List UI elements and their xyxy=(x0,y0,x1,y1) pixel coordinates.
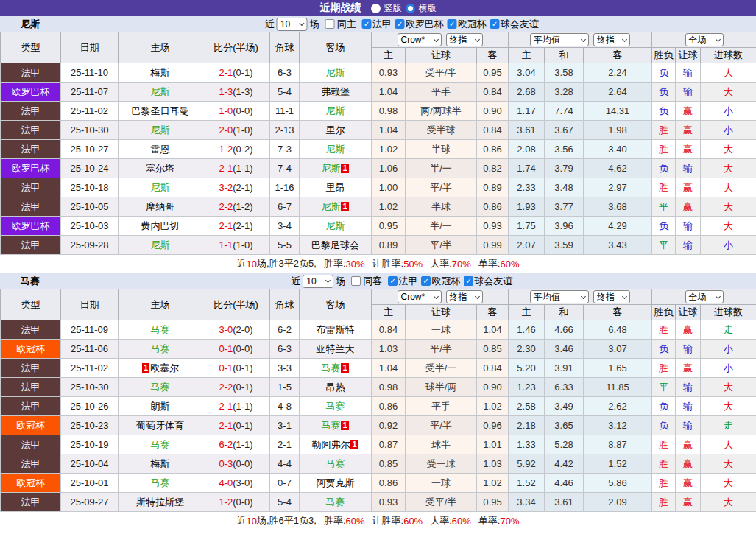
horizontal-layout-radio[interactable] xyxy=(406,4,415,13)
recent-count-select[interactable]: 10 xyxy=(303,275,333,288)
company-time-select-value: 终指 xyxy=(450,34,467,46)
avg-away-cell: 5.86 xyxy=(584,474,652,493)
sub-header: 让球 xyxy=(676,48,701,63)
handicap-cell: 平/半 xyxy=(406,340,477,359)
handicap-result-cell: 赢 xyxy=(676,140,701,159)
avg-home-cell: 1.75 xyxy=(509,217,545,236)
filter-controls: 近10场同主✓法甲✓欧罗巴杯✓欧冠杯✓球会友谊 xyxy=(263,18,539,31)
half-time-score: (1-1) xyxy=(233,163,252,174)
match-row: 法甲25-09-27斯特拉斯堡1-2(0-0)5-4马赛0.93受平/半0.95… xyxy=(1,493,756,512)
away-team-cell: 尼斯 xyxy=(300,140,372,159)
half-time-score: (0-2) xyxy=(233,144,252,155)
scope-select[interactable]: 全场 xyxy=(685,33,724,46)
win-loss-cell: 平 xyxy=(652,197,676,217)
company-select[interactable]: Crow* xyxy=(398,33,442,46)
score-cell: 2-0(1-0) xyxy=(202,121,270,140)
home-team-cell: 尼斯 xyxy=(119,178,202,197)
league-cell: 法甲 xyxy=(1,197,61,217)
win-loss-cell: 胜 xyxy=(652,454,676,474)
league-cell: 法甲 xyxy=(1,121,61,140)
full-time-score: 6-2 xyxy=(219,439,233,450)
scope-select[interactable]: 全场 xyxy=(685,290,724,303)
home-team-cell: 尼斯 xyxy=(119,83,202,102)
away-odds-cell: 0.99 xyxy=(477,236,509,255)
half-time-score: (2-0) xyxy=(233,324,252,335)
date-cell: 25-10-30 xyxy=(61,121,119,140)
handicap-cell: 受一球 xyxy=(406,454,477,474)
full-time-score: 0-1 xyxy=(219,362,233,373)
league-filter-checkbox-2[interactable]: ✓ xyxy=(448,19,457,29)
away-team-cell: 尼斯1 xyxy=(300,159,372,178)
sections-container: 尼斯近10场同主✓法甲✓欧罗巴杯✓欧冠杯✓球会友谊类型日期主场比分(半场)角球客… xyxy=(0,16,756,530)
recent-count-select[interactable]: 10 xyxy=(277,18,308,31)
team-text: 马赛 xyxy=(326,458,345,469)
column-header: 角球 xyxy=(270,32,300,63)
summary-line: 近10场,胜3平2负5, 胜率:30%让胜率:50%大率:70%单率:60% xyxy=(0,255,756,273)
team-name: 尼斯 xyxy=(21,18,40,31)
away-odds-cell: 0.90 xyxy=(477,102,509,121)
team-text: 马赛 xyxy=(151,477,170,488)
red-card-badge: 1 xyxy=(142,363,149,373)
team-text: 昂热 xyxy=(326,382,345,393)
sub-header: 让球 xyxy=(406,305,477,320)
summary-stat-value: 60% xyxy=(403,516,423,527)
company-time-select[interactable]: 终指 xyxy=(446,290,483,303)
average-time-select[interactable]: 终指 xyxy=(593,33,630,46)
match-row: 法甲25-11-021欧塞尔0-1(0-1)3-3马赛11.04受半/一0.84… xyxy=(1,359,756,378)
full-time-score: 1-2 xyxy=(219,144,233,155)
average-select[interactable]: 平均值 xyxy=(530,290,589,303)
league-cell: 法甲 xyxy=(1,493,61,512)
vertical-layout-label[interactable]: 竖版 xyxy=(384,2,402,15)
company-time-select[interactable]: 终指 xyxy=(446,33,483,46)
same-venue-checkbox[interactable] xyxy=(325,19,335,29)
vertical-layout-radio[interactable] xyxy=(371,4,381,13)
home-odds-cell: 0.86 xyxy=(372,474,406,493)
match-row: 法甲25-10-26朗斯2-1(1-1)4-8马赛0.86平手1.022.583… xyxy=(1,397,756,416)
same-venue-label: 同客 xyxy=(363,275,382,288)
league-cell: 法甲 xyxy=(1,63,61,83)
away-team-cell: 尼斯 xyxy=(300,63,372,83)
away-team-cell: 弗赖堡 xyxy=(300,83,372,102)
same-venue-checkbox[interactable] xyxy=(351,276,361,286)
score-cell: 1-3(1-3) xyxy=(202,83,270,102)
home-odds-cell: 1.00 xyxy=(372,178,406,197)
handicap-result-cell: 赢 xyxy=(676,121,701,140)
average-time-select[interactable]: 终指 xyxy=(593,290,630,303)
avg-draw-cell: 3.28 xyxy=(545,83,584,102)
avg-draw-cell: 3.65 xyxy=(545,416,584,435)
summary-stat-value: 70% xyxy=(500,516,519,527)
league-filter-checkbox-0[interactable]: ✓ xyxy=(362,19,372,29)
league-filter-checkbox-3[interactable]: ✓ xyxy=(490,19,500,29)
match-row: 法甲25-10-30马赛2-2(0-1)1-5昂热0.98球半/两0.901.2… xyxy=(1,378,756,397)
home-team-cell: 1欧塞尔 xyxy=(119,359,202,378)
avg-home-cell: 1.52 xyxy=(509,474,545,493)
red-card-badge: 1 xyxy=(341,202,348,211)
handicap-result-cell: 赢 xyxy=(676,102,701,121)
match-row: 法甲25-10-04梅斯0-3(0-0)4-4马赛0.85受一球1.035.92… xyxy=(1,454,756,474)
avg-home-cell: 2.18 xyxy=(509,416,545,435)
date-cell: 25-10-26 xyxy=(61,397,119,416)
league-filter-checkbox-1[interactable]: ✓ xyxy=(395,19,405,29)
half-time-score: (2-1) xyxy=(233,220,252,231)
summary-stat-label: 大率: xyxy=(430,257,452,270)
horizontal-layout-label[interactable]: 横版 xyxy=(419,2,437,15)
away-team-cell: 布雷斯特 xyxy=(300,320,372,340)
league-filter-checkbox-2[interactable]: ✓ xyxy=(464,276,473,286)
half-time-score: (0-0) xyxy=(233,496,252,508)
avg-away-cell: 4.29 xyxy=(584,217,652,236)
league-filter-label-0: 法甲 xyxy=(398,275,417,288)
company-select[interactable]: Crow* xyxy=(398,290,442,303)
handicap-result-cell: 赢 xyxy=(676,359,701,378)
red-card-badge: 1 xyxy=(350,440,358,449)
league-filter-label-1: 欧罗巴杯 xyxy=(406,18,444,31)
score-cell: 4-0(3-0) xyxy=(202,474,270,493)
average-select[interactable]: 平均值 xyxy=(530,33,589,46)
league-filter-checkbox-1[interactable]: ✓ xyxy=(421,276,431,286)
league-filter-checkbox-0[interactable]: ✓ xyxy=(388,276,398,286)
sub-header: 客 xyxy=(584,48,652,63)
goals-result-cell: 大 xyxy=(701,493,756,512)
win-loss-cell: 胜 xyxy=(652,140,676,159)
league-cell: 法甲 xyxy=(1,320,61,340)
away-odds-cell: 0.89 xyxy=(477,178,509,197)
avg-away-cell: 2.64 xyxy=(584,83,652,102)
